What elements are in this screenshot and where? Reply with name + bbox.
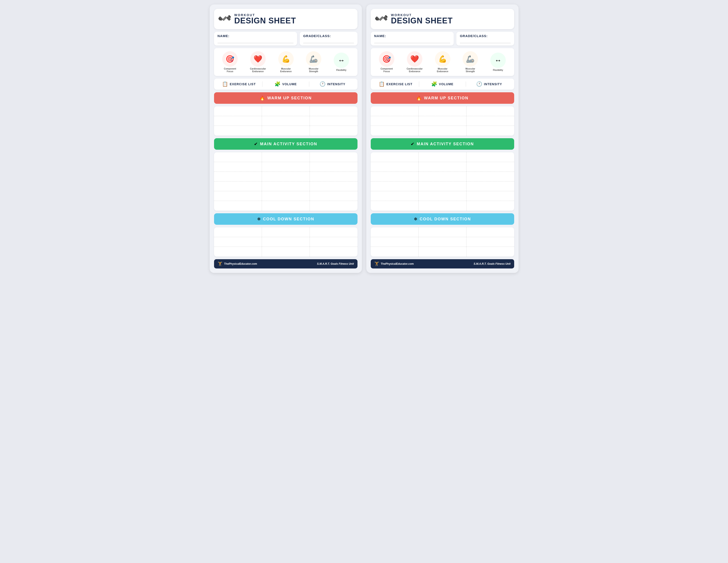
warmup-grid	[214, 106, 357, 135]
grid-cell[interactable]	[371, 162, 419, 171]
grid-cell[interactable]	[467, 106, 514, 116]
grade-field[interactable]: GRADE/CLASS:	[300, 32, 357, 45]
component-item-flexibility-r[interactable]: ↔️ Flexibility	[490, 53, 506, 71]
muscular-strength-icon: 🦾	[306, 51, 321, 67]
grid-cell[interactable]	[214, 152, 262, 162]
grid-cell[interactable]	[214, 172, 262, 181]
grid-cell[interactable]	[467, 152, 514, 162]
grid-cell[interactable]	[419, 152, 467, 162]
grid-cell[interactable]	[419, 191, 467, 201]
grid-cell[interactable]	[310, 116, 357, 126]
grid-cell[interactable]	[262, 201, 310, 211]
grid-cell[interactable]	[262, 191, 310, 201]
grid-cell[interactable]	[214, 106, 262, 116]
grid-cell[interactable]	[310, 237, 357, 246]
grid-cell[interactable]	[419, 201, 467, 211]
component-item-cardiovascular-endurance-r[interactable]: ❤️ CardiovascularEndurance	[407, 51, 423, 73]
grid-cell[interactable]	[419, 227, 467, 237]
component-item-cardiovascular-endurance[interactable]: ❤️ CardiovascularEndurance	[250, 51, 266, 73]
footer: 🏋 ThePhysicalEducator.com S.M.A.R.T. Goa…	[371, 259, 514, 268]
grid-cell[interactable]	[419, 237, 467, 246]
grid-cell[interactable]	[310, 126, 357, 135]
grid-cell[interactable]	[310, 152, 357, 162]
grid-cell[interactable]	[371, 227, 419, 237]
grid-cell[interactable]	[467, 116, 514, 126]
grid-cell[interactable]	[214, 126, 262, 135]
header-text: WORKOUT DESIGN SHEET	[234, 13, 296, 25]
grid-cell[interactable]	[262, 181, 310, 191]
component-item-muscular-strength-r[interactable]: 🦾 MuscularStrength	[463, 51, 478, 73]
grid-cell[interactable]	[262, 237, 310, 246]
grade-field[interactable]: GRADE/CLASS:	[456, 32, 514, 45]
grid-cell[interactable]	[371, 201, 419, 211]
grid-cell[interactable]	[262, 106, 310, 116]
grid-cell[interactable]	[419, 106, 467, 116]
grid-cell[interactable]	[371, 106, 419, 116]
name-field[interactable]: NAME:	[214, 32, 297, 45]
evi-divider	[466, 81, 466, 87]
grid-cell[interactable]	[419, 162, 467, 171]
grid-cell[interactable]	[214, 162, 262, 171]
grid-cell[interactable]	[467, 237, 514, 246]
grid-cell[interactable]	[371, 152, 419, 162]
grid-cell[interactable]	[310, 106, 357, 116]
component-item-muscular-strength[interactable]: 🦾 MuscularStrength	[306, 51, 321, 73]
component-item-muscular-endurance-r[interactable]: 💪 MuscularEndurance	[435, 51, 450, 73]
grid-cell[interactable]	[419, 247, 467, 256]
grid-cell[interactable]	[262, 172, 310, 181]
component-item-component-focus-r[interactable]: 🎯 ComponentFocus	[379, 51, 394, 73]
grid-cell[interactable]	[467, 172, 514, 181]
grid-cell[interactable]	[419, 181, 467, 191]
main-activity-r-grid	[371, 152, 514, 211]
main-activity-grid	[214, 152, 357, 211]
grid-cell[interactable]	[419, 172, 467, 181]
grid-cell[interactable]	[262, 247, 310, 256]
grid-cell[interactable]	[262, 152, 310, 162]
grid-cell[interactable]	[467, 126, 514, 135]
grid-cell[interactable]	[310, 172, 357, 181]
grid-cell[interactable]	[262, 227, 310, 237]
grid-cell[interactable]	[467, 162, 514, 171]
grid-cell[interactable]	[467, 247, 514, 256]
grid-cell[interactable]	[371, 181, 419, 191]
footer-unit-text: S.M.A.R.T. Goals Fitness Unit	[474, 262, 510, 265]
grid-cell[interactable]	[214, 247, 262, 256]
component-item-muscular-endurance[interactable]: 💪 MuscularEndurance	[278, 51, 294, 73]
cool-down-label: COOL DOWN SECTION	[263, 217, 314, 221]
grid-cell[interactable]	[310, 162, 357, 171]
name-field[interactable]: NAME:	[371, 32, 454, 45]
grid-cell[interactable]	[467, 191, 514, 201]
grid-cell[interactable]	[371, 237, 419, 246]
grid-cell[interactable]	[371, 191, 419, 201]
grid-cell[interactable]	[467, 181, 514, 191]
muscular-strength-r-icon: 🦾	[463, 51, 478, 67]
flexibility-label: Flexibility	[336, 69, 346, 71]
design-sheet-label: DESIGN SHEET	[234, 17, 296, 25]
grid-cell[interactable]	[371, 116, 419, 126]
grid-cell[interactable]	[467, 227, 514, 237]
grid-cell[interactable]	[310, 227, 357, 237]
grid-cell[interactable]	[214, 116, 262, 126]
grid-cell[interactable]	[310, 191, 357, 201]
grid-cell[interactable]	[262, 126, 310, 135]
grid-cell[interactable]	[214, 227, 262, 237]
grid-cell[interactable]	[214, 191, 262, 201]
grid-cell[interactable]	[310, 201, 357, 211]
grid-cell[interactable]	[371, 126, 419, 135]
grid-cell[interactable]	[371, 172, 419, 181]
grid-cell[interactable]	[371, 247, 419, 256]
sheet-left: WORKOUT DESIGN SHEET NAME: GRADE/CLASS: …	[210, 4, 362, 273]
component-item-flexibility[interactable]: ↔️ Flexibility	[334, 53, 349, 71]
grid-cell[interactable]	[214, 181, 262, 191]
volume-icon: 🧩	[275, 81, 280, 87]
grid-cell[interactable]	[310, 247, 357, 256]
grid-cell[interactable]	[214, 237, 262, 246]
grid-cell[interactable]	[467, 201, 514, 211]
grid-cell[interactable]	[419, 116, 467, 126]
grid-cell[interactable]	[214, 201, 262, 211]
grid-cell[interactable]	[262, 116, 310, 126]
grid-cell[interactable]	[262, 162, 310, 171]
grid-cell[interactable]	[310, 181, 357, 191]
grid-cell[interactable]	[419, 126, 467, 135]
component-item-component-focus[interactable]: 🎯 ComponentFocus	[222, 51, 238, 73]
